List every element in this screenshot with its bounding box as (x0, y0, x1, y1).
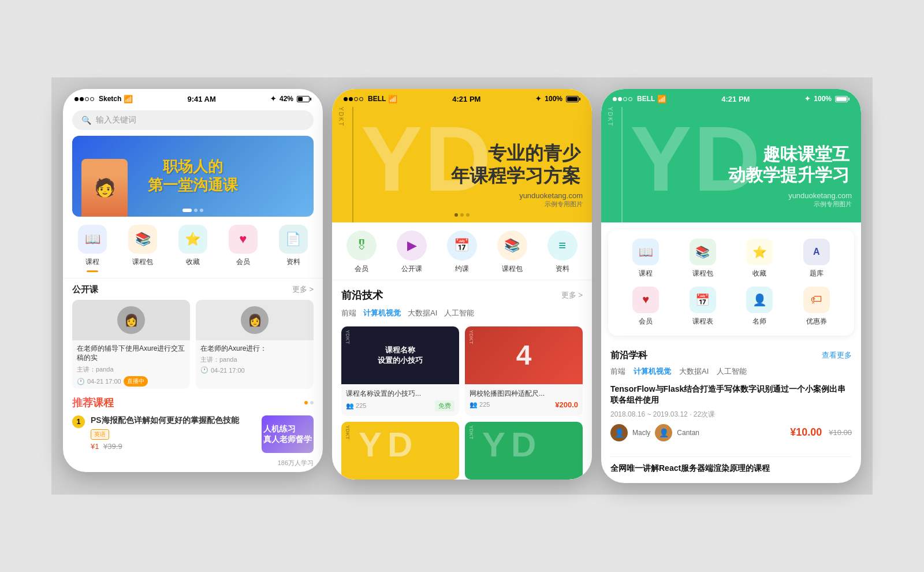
category-schedule[interactable]: 📅 约课 (447, 231, 477, 274)
phone-3: BELL 📶 4:21 PM ✦ 100% YDKT Y D (601, 89, 861, 484)
category-row-3-1: 📖 课程 📚 课程包 ⭐ 收藏 A 题库 (617, 239, 845, 278)
collect-icon-3: ⭐ (746, 239, 773, 265)
category-item-course[interactable]: 📖 课程 (78, 225, 107, 272)
category-item-member[interactable]: ♥ 会员 (229, 225, 258, 272)
ydkt-watermark: YDKT (468, 425, 474, 440)
cat-label: 优惠券 (806, 317, 827, 326)
course-detail-card-1[interactable]: TensorFlow与Flask结合打造手写体数字识别通过一个小案例出串联各组件… (601, 384, 861, 451)
instructors-row: 👤 Macly 👤 Cantan ¥10.00 ¥10.00 (610, 424, 852, 441)
public-course-more[interactable]: 更多 > (292, 284, 314, 295)
front-tech-header: 前沿技术 更多 > (341, 288, 583, 302)
status-left-2: BELL 📶 (344, 95, 397, 103)
grid-title-2: 网校轮播图四种适配尺... (470, 389, 578, 399)
tag-ai[interactable]: 人工智能 (444, 308, 474, 318)
course-detail-title-2: 全网唯一讲解React服务器端渲染原理的课程 (610, 463, 852, 474)
signal-dot (90, 97, 94, 101)
cat-coupon[interactable]: 🏷 优惠券 (803, 287, 830, 326)
time-display: 9:41 AM (187, 95, 215, 103)
category-grid: 📖 课程 📚 课程包 ⭐ 收藏 A 题库 (617, 239, 845, 326)
course-detail-card-2[interactable]: 全网唯一讲解React服务器端渲染原理的课程 (601, 463, 861, 484)
search-bar[interactable]: 🔍 输入关键词 (72, 110, 314, 130)
instructor-name-2: 主讲：panda (200, 355, 237, 364)
tag-cv[interactable]: 计算机视觉 (363, 308, 401, 318)
ydkt-watermark: YDKT (345, 330, 351, 344)
tag-frontend-3[interactable]: 前端 (610, 366, 625, 377)
status-bar-2: BELL 📶 4:21 PM ✦ 100% (332, 89, 592, 107)
divider-line (352, 107, 353, 222)
category-label: 约课 (455, 264, 469, 274)
front-tech-more[interactable]: 更多 > (561, 290, 583, 300)
package-icon-3: 📚 (690, 239, 716, 265)
grid-thumb-4: YDKT Y D (465, 422, 583, 480)
grid-item-4[interactable]: YDKT Y D (465, 422, 583, 480)
bg-letter: Y (359, 425, 382, 465)
category-item-material[interactable]: 📄 资料 (279, 225, 308, 272)
grid-item-2[interactable]: YDKT 4 网校轮播图四种适配尺... 👥 225 ¥200.0 (465, 326, 583, 417)
course-meta-1: 主讲：panda (77, 365, 185, 374)
course-price-1: ¥10.00 (790, 426, 822, 439)
cat-member-3[interactable]: ♥ 会员 (632, 287, 659, 326)
front-subject-more[interactable]: 查看更多 (822, 350, 852, 361)
grid-item-1[interactable]: YDKT 课程名称设置的小技巧 课程名称设置的小技巧... 👥 225 免费 (341, 326, 459, 417)
banner-text: 职场人的 第一堂沟通课 (148, 158, 238, 194)
tags-row: 前端 计算机视觉 大数据AI 人工智能 (341, 308, 583, 318)
time-display-3: 4:21 PM (721, 95, 750, 103)
grid-item-3[interactable]: YDKT Y D (341, 422, 459, 480)
course-card-2[interactable]: 👩 在老师的Axure进行： 主讲：panda 🕐 04-21 17:00 (196, 300, 314, 389)
big-letter-y-3: Y (630, 113, 692, 205)
category-material-2[interactable]: ≡ 资料 (547, 231, 578, 274)
banner-2[interactable]: YDKT Y D 专业的青少年课程学习方案 yunduoketang.com 示… (332, 107, 592, 222)
banner-1[interactable]: 🧑 职场人的 第一堂沟通课 (72, 136, 314, 217)
status-right-3: ✦ 100% (804, 95, 850, 103)
cat-label: 课程表 (692, 317, 713, 326)
banner-white-text: 趣味课堂互动教学提升学习 (728, 144, 850, 185)
cat-timetable[interactable]: 📅 课程表 (690, 287, 716, 326)
grid-price-2: ¥200.0 (555, 400, 578, 409)
packages-icon: 📚 (497, 231, 527, 261)
cat-collect[interactable]: ⭐ 收藏 (746, 239, 773, 278)
category-item-package[interactable]: 📚 课程包 (128, 225, 157, 272)
category-public[interactable]: ▶ 公开课 (397, 231, 427, 274)
category-packages[interactable]: 📚 课程包 (497, 231, 527, 274)
tag-bigdata[interactable]: 大数据AI (408, 308, 437, 318)
battery-icon (566, 96, 580, 102)
category-item-collect[interactable]: ⭐ 收藏 (178, 225, 207, 272)
cat-course[interactable]: 📖 课程 (632, 239, 659, 278)
tag-cv-3[interactable]: 计算机视觉 (634, 366, 671, 377)
front-tech-title: 前沿技术 (341, 288, 383, 302)
rank-badge-1: 1 (72, 415, 85, 428)
banner-dot (194, 209, 198, 212)
signal-dot (85, 97, 89, 101)
course-time-1: 🕐 04-21 17:00 直播中 (77, 376, 185, 387)
banner-3[interactable]: YDKT Y D 趣味课堂互动教学提升学习 yunduoketang.com 示… (601, 107, 861, 222)
carrier-label: BELL (637, 95, 655, 103)
instructor-name-macly: Macly (632, 429, 650, 437)
category-label: 会员 (355, 264, 368, 274)
ydkt-watermark: YDKT (345, 425, 351, 440)
public-course-title: 公开课 (72, 284, 98, 295)
cat-teacher[interactable]: 👤 名师 (746, 287, 773, 326)
instructor-avatar-cantan: 👤 (655, 424, 672, 441)
free-badge: 免费 (435, 400, 454, 411)
teacher-icon: 👤 (746, 287, 773, 313)
category-label: 会员 (236, 257, 250, 267)
bluetooth-icon: ✦ (804, 95, 810, 103)
banner-main-text: 专业的青少年课程学习方案 (451, 142, 580, 187)
category-label: 资料 (286, 257, 300, 267)
tag-bigdata-3[interactable]: 大数据AI (679, 366, 709, 377)
course-icon: 📖 (78, 225, 107, 254)
status-left-1: Sketch 📶 (74, 95, 133, 103)
category-label: 课程 (85, 257, 99, 267)
tag-ai-3[interactable]: 人工智能 (717, 366, 747, 377)
course-card-1[interactable]: 👩 在老师的辅导下使用Axure进行交互稿的实 主讲：panda 🕐 04-21… (72, 300, 190, 389)
cat-question[interactable]: A 题库 (803, 239, 830, 278)
search-placeholder: 输入关键词 (96, 115, 136, 125)
divider-1 (610, 456, 852, 457)
tag-frontend[interactable]: 前端 (341, 308, 356, 318)
cat-package[interactable]: 📚 课程包 (690, 239, 716, 278)
status-left-3: BELL 📶 (613, 95, 666, 103)
category-member[interactable]: 🎖 会员 (346, 231, 377, 274)
battery-percent: 42% (280, 95, 293, 103)
recommend-item-1[interactable]: 1 PS海报配色详解如何更好的掌握配色技能 英语 ¥1 ¥39.9 人机练习真人… (72, 415, 314, 453)
white-card: 📖 课程 📚 课程包 ⭐ 收藏 A 题库 (608, 229, 854, 336)
